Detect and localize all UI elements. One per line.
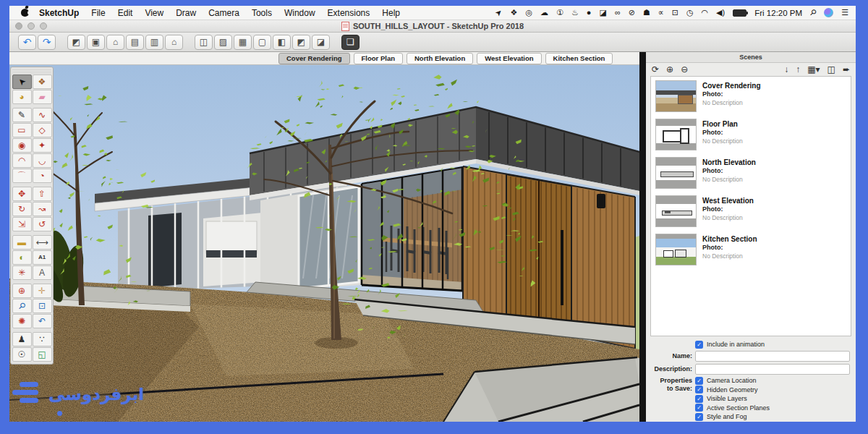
scene-item-floorplan[interactable]: Floor PlanPhoto:No Description [651,115,851,153]
tool-walk[interactable]: ∵ [33,332,52,346]
tool-zoom-window[interactable]: ⊡ [33,299,52,313]
scene-tab-north-elevation[interactable]: North Elevation [407,53,473,64]
tool-axes[interactable]: ✳ [12,265,32,280]
monochrome-style-icon[interactable]: ◪ [312,35,330,50]
menu-view[interactable]: View [145,8,163,18]
creative-cloud-icon[interactable]: ☁ [540,9,548,17]
tool-eraser[interactable]: ▰ [33,90,52,104]
scene-item-cover[interactable]: Cover RenderingPhoto:No Description [651,77,851,115]
tool-select[interactable]: ➤ [12,75,32,89]
hidden-line-style-icon[interactable]: ▢ [253,35,271,50]
evernote-icon[interactable]: ☗ [643,9,650,17]
link-icon[interactable]: ∞ [615,9,621,17]
tool-two-point-arc[interactable]: ◡ [33,153,52,168]
tool-paint-bucket[interactable]: ◕ [12,90,32,104]
add-scene-icon[interactable]: ⊕ [666,65,673,74]
do-not-disturb-icon[interactable]: ⊘ [629,9,635,17]
tool-move[interactable]: ✥ [12,187,32,201]
scene-tab-floor-plan[interactable]: Floor Plan [354,53,403,64]
right-view-icon[interactable]: ▤ [126,35,144,50]
dropbox-icon[interactable]: ❖ [511,9,518,17]
notification-cloud-icon[interactable]: ● [587,9,592,17]
palette-grip[interactable] [12,69,51,73]
onepassword-icon[interactable]: ① [556,9,563,17]
tool-circle[interactable]: ◉ [12,138,32,153]
scene-item-kitchen[interactable]: Kitchen SectionPhoto:No Description [651,230,851,268]
tool-section-plane[interactable]: ◱ [33,347,52,362]
time-machine-icon[interactable]: ◷ [686,9,694,17]
scene-description-input[interactable] [695,364,850,375]
tool-orbit[interactable]: ⊕ [12,284,32,298]
home-view-icon[interactable]: ⌂ [165,35,183,50]
menu-file[interactable]: File [91,8,105,18]
tool-make-component[interactable]: ❖ [33,75,52,89]
apple-menu-icon[interactable] [21,9,29,17]
tool-protractor[interactable]: ◐ [12,250,32,265]
scene-tab-west-elevation[interactable]: West Elevation [477,53,541,64]
siri-icon[interactable] [824,8,833,17]
tool-three-d-text[interactable]: A [33,265,52,280]
menu-edit[interactable]: Edit [118,8,133,18]
panel-divider[interactable] [639,52,646,422]
show-details-icon[interactable]: ◫ [827,65,835,74]
tool-three-point-arc[interactable]: ⌒ [12,169,32,183]
scenes-panel-header[interactable]: Scenes [646,52,856,63]
scene-tab-cover-rendering[interactable]: Cover Rendering [278,53,350,64]
scene-item-west[interactable]: West ElevationPhoto:No Description [651,192,851,230]
undo-icon[interactable]: ↶ [18,35,36,50]
scene-item-north[interactable]: North ElevationPhoto:No Description [651,153,851,192]
tool-line[interactable]: ✎ [12,108,32,122]
parallels-icon[interactable]: ◪ [599,9,606,17]
refresh-scene-icon[interactable]: ⟳ [652,65,659,74]
move-scene-up-icon[interactable]: ↑ [796,65,800,74]
back-view-icon[interactable]: ▥ [145,35,163,50]
tool-scale[interactable]: ⇲ [12,217,32,231]
tool-dimension[interactable]: ⟷ [33,235,52,250]
tool-pie[interactable]: ◔ [33,169,52,183]
wireframe-style-icon[interactable]: ▦ [234,35,252,50]
property-checkbox-visible-layers[interactable]: ✓ [695,395,703,403]
menu-help[interactable]: Help [382,8,400,18]
tool-zoom[interactable]: ⚲ [12,299,32,313]
textured-style-icon[interactable]: ◩ [292,35,310,50]
tool-position-camera[interactable]: ♟ [12,332,32,346]
tool-rotated-rectangle[interactable]: ◇ [33,123,52,137]
screen-record-icon[interactable]: ⊡ [672,9,678,17]
pin-panel-icon[interactable]: ➨ [843,65,850,74]
tool-follow-me[interactable]: ↝ [33,202,52,216]
window-titlebar[interactable]: SOUTH_HILLS_LAYOUT - SketchUp Pro 2018 [9,20,856,33]
xray-style-icon[interactable]: ◫ [195,35,213,50]
iso-view-icon[interactable]: ◩ [67,35,85,50]
spotlight-search-icon[interactable]: ⚲ [808,8,817,17]
tool-tape-measure[interactable]: ▬ [12,235,32,250]
tool-zoom-previous[interactable]: ↶ [33,314,52,328]
front-view-icon[interactable]: ⌂ [106,35,124,50]
tool-push-pull[interactable]: ⇧ [33,187,52,201]
tool-arc[interactable]: ◠ [12,153,32,168]
location-icon[interactable]: ➤ [494,7,504,17]
tool-rectangle[interactable]: ▭ [12,123,32,137]
binoculars-icon[interactable]: ∝ [658,9,664,17]
remove-scene-icon[interactable]: ⊖ [681,65,688,74]
scene-tab-kitchen-section[interactable]: Kitchen Section [545,53,613,64]
model-viewport[interactable]: ➤❖◕▰✎∿▭◇◉✦◠◡⌒◔✥⇧↻↝⇲↺▬⟷◐A1✳A⊕✛⚲⊡✺↶♟∵☉◱ اب… [9,65,639,422]
menu-extensions[interactable]: Extensions [328,8,370,18]
menu-sketchup[interactable]: SketchUp [39,8,79,18]
view-options-icon[interactable]: ▦▾ [807,65,820,74]
move-scene-down-icon[interactable]: ↓ [784,65,788,74]
include-animation-checkbox[interactable]: ✓ [695,341,703,349]
menu-camera[interactable]: Camera [208,8,239,18]
notification-center-icon[interactable]: ☰ [841,9,848,17]
tool-look-around[interactable]: ☉ [12,347,32,362]
flame-icon[interactable]: ♨ [571,9,579,17]
tool-rotate[interactable]: ↻ [12,202,32,216]
close-window-button[interactable] [15,22,22,30]
tool-zoom-extents[interactable]: ✺ [12,314,32,328]
zoom-window-button[interactable] [40,22,47,30]
property-checkbox-style-and-fog[interactable]: ✓ [695,413,703,421]
redo-icon[interactable]: ↷ [38,35,56,50]
battery-icon[interactable] [733,9,746,17]
menu-draw[interactable]: Draw [176,8,196,18]
minimize-window-button[interactable] [27,22,35,30]
back-edges-style-icon[interactable]: ▨ [214,35,232,50]
